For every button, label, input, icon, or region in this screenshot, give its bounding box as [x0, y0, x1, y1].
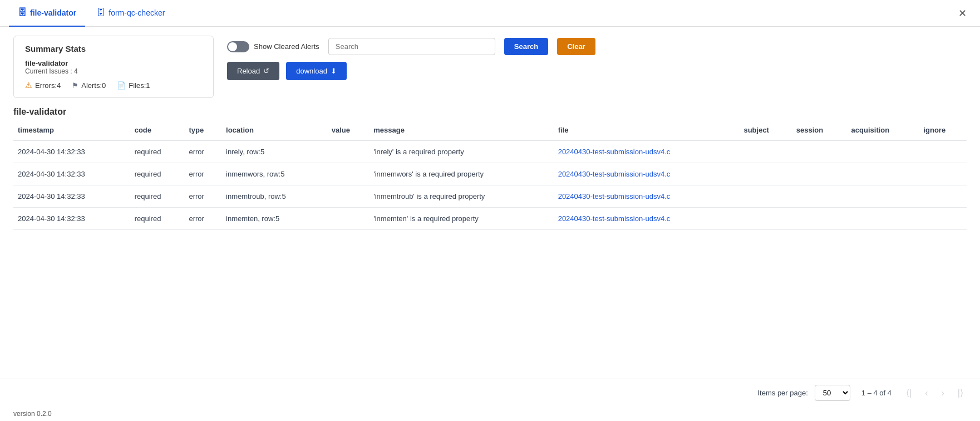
cell-subject — [739, 140, 791, 163]
tab-file-validator-label: file-validator — [30, 8, 76, 17]
cell-session — [792, 208, 847, 230]
errors-label: Errors:4 — [35, 81, 61, 90]
file-link[interactable]: 20240430-test-submission-udsv4.c — [558, 148, 671, 156]
cell-file[interactable]: 20240430-test-submission-udsv4.c — [554, 163, 740, 185]
table-header-row: timestamp code type location value messa… — [13, 120, 967, 140]
tab-form-qc-checker-label: form-qc-checker — [109, 8, 165, 17]
col-value: value — [327, 120, 370, 140]
file-icon: 📄 — [117, 81, 126, 90]
col-code: code — [130, 120, 185, 140]
flag-icon: ⚑ — [72, 81, 78, 90]
cell-file[interactable]: 20240430-test-submission-udsv4.c — [554, 208, 740, 230]
issues-table: timestamp code type location value messa… — [13, 120, 967, 230]
summary-app-name: file-validator — [25, 59, 202, 67]
toggle-thumb — [228, 42, 237, 51]
cell-message: 'inmemten' is a required property — [369, 208, 553, 230]
cell-type: error — [184, 140, 221, 163]
reload-icon: ↺ — [263, 67, 269, 75]
cell-location: inmemwors, row:5 — [221, 163, 327, 185]
cell-message: 'inrely' is a required property — [369, 140, 553, 163]
tab-file-validator[interactable]: 🗄 file-validator — [9, 0, 85, 27]
cell-message: 'inmemtroub' is a required property — [369, 185, 553, 208]
items-per-page-label: Items per page: — [757, 389, 807, 397]
toggle-label: Show Cleared Alerts — [254, 42, 319, 51]
col-ignore: ignore — [919, 120, 967, 140]
cell-timestamp: 2024-04-30 14:32:33 — [13, 140, 130, 163]
tabs-bar: 🗄 file-validator 🗄 form-qc-checker ✕ — [0, 0, 980, 27]
next-page-button[interactable]: › — [938, 386, 948, 400]
file-link[interactable]: 20240430-test-submission-udsv4.c — [558, 214, 671, 223]
search-button[interactable]: Search — [504, 38, 548, 55]
version-bar: version 0.2.0 — [0, 407, 980, 421]
cell-acquisition — [847, 140, 919, 163]
cell-file[interactable]: 20240430-test-submission-udsv4.c — [554, 185, 740, 208]
cell-type: error — [184, 163, 221, 185]
download-button[interactable]: download ⬇ — [286, 62, 347, 80]
database-icon-2: 🗄 — [96, 8, 105, 18]
controls-right: Show Cleared Alerts Search Clear Reload … — [227, 36, 595, 80]
alerts-stat: ⚑ Alerts:0 — [72, 81, 106, 90]
cell-timestamp: 2024-04-30 14:32:33 — [13, 185, 130, 208]
page-range: 1 – 4 of 4 — [861, 389, 892, 397]
col-acquisition: acquisition — [847, 120, 919, 140]
first-page-button[interactable]: ⟨| — [903, 385, 915, 400]
warning-icon: ⚠ — [25, 81, 32, 90]
summary-title: Summary Stats — [25, 44, 202, 53]
col-subject: subject — [739, 120, 791, 140]
file-link[interactable]: 20240430-test-submission-udsv4.c — [558, 170, 671, 178]
last-page-button[interactable]: |⟩ — [954, 385, 967, 400]
cell-type: error — [184, 208, 221, 230]
cell-acquisition — [847, 208, 919, 230]
cell-ignore — [919, 140, 967, 163]
files-label: Files:1 — [129, 81, 150, 90]
cell-timestamp: 2024-04-30 14:32:33 — [13, 208, 130, 230]
show-cleared-toggle-wrap[interactable]: Show Cleared Alerts — [227, 41, 319, 52]
reload-label: Reload — [237, 67, 260, 75]
cell-location: inmemten, row:5 — [221, 208, 327, 230]
cell-code: required — [130, 208, 185, 230]
prev-page-button[interactable]: ‹ — [922, 386, 931, 400]
cell-file[interactable]: 20240430-test-submission-udsv4.c — [554, 140, 740, 163]
toggle-track[interactable] — [227, 41, 249, 52]
search-input[interactable] — [328, 38, 495, 55]
cell-code: required — [130, 163, 185, 185]
col-session: session — [792, 120, 847, 140]
section-title: file-validator — [0, 102, 980, 120]
col-location: location — [221, 120, 327, 140]
download-label: download — [296, 67, 327, 75]
cell-subject — [739, 208, 791, 230]
cell-code: required — [130, 185, 185, 208]
cell-value — [327, 185, 370, 208]
cell-ignore — [919, 185, 967, 208]
pagination-bar: Items per page: 102550100 1 – 4 of 4 ⟨| … — [0, 379, 980, 407]
files-stat: 📄 Files:1 — [117, 81, 150, 90]
items-per-page-select[interactable]: 102550100 — [815, 385, 850, 401]
col-message: message — [369, 120, 553, 140]
cell-subject — [739, 163, 791, 185]
summary-stats: ⚠ Errors:4 ⚑ Alerts:0 📄 Files:1 — [25, 81, 202, 90]
cell-session — [792, 185, 847, 208]
cell-ignore — [919, 163, 967, 185]
cell-message: 'inmemwors' is a required property — [369, 163, 553, 185]
errors-stat: ⚠ Errors:4 — [25, 81, 61, 90]
main-container: Summary Stats file-validator Current Iss… — [0, 27, 980, 421]
cell-session — [792, 140, 847, 163]
reload-button[interactable]: Reload ↺ — [227, 62, 279, 80]
cell-acquisition — [847, 163, 919, 185]
table-row: 2024-04-30 14:32:33requirederrorinrely, … — [13, 140, 967, 163]
cell-session — [792, 163, 847, 185]
col-file: file — [554, 120, 740, 140]
cell-location: inrely, row:5 — [221, 140, 327, 163]
summary-issues: Current Issues : 4 — [25, 67, 202, 75]
controls-row2: Reload ↺ download ⬇ — [227, 62, 595, 80]
file-link[interactable]: 20240430-test-submission-udsv4.c — [558, 192, 671, 200]
database-icon: 🗄 — [18, 8, 27, 18]
top-controls: Summary Stats file-validator Current Iss… — [0, 27, 980, 102]
tab-form-qc-checker[interactable]: 🗄 form-qc-checker — [87, 0, 174, 27]
close-button[interactable]: ✕ — [954, 5, 971, 22]
cell-type: error — [184, 185, 221, 208]
col-timestamp: timestamp — [13, 120, 130, 140]
cell-value — [327, 208, 370, 230]
clear-button[interactable]: Clear — [557, 38, 595, 55]
download-icon: ⬇ — [331, 67, 337, 75]
